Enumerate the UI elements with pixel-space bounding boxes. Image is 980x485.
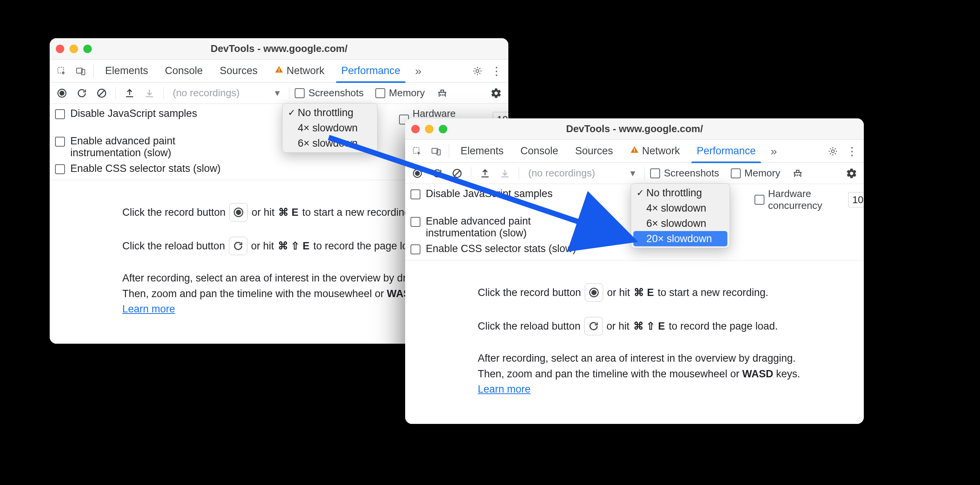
reload-record-button[interactable] bbox=[73, 85, 90, 102]
svg-point-18 bbox=[415, 171, 420, 176]
upload-icon[interactable] bbox=[121, 85, 138, 102]
zoom-window-button[interactable] bbox=[439, 125, 447, 133]
tab-elements[interactable]: Elements bbox=[97, 60, 157, 82]
advanced-paint-checkbox[interactable]: Enable advanced paint instrumentation (s… bbox=[410, 215, 594, 239]
garbage-collect-icon[interactable] bbox=[789, 165, 806, 182]
tab-network[interactable]: Network bbox=[621, 140, 688, 163]
learn-more-link[interactable]: Learn more bbox=[478, 383, 531, 395]
screenshots-checkbox[interactable]: Screenshots bbox=[295, 87, 364, 99]
download-icon[interactable] bbox=[496, 165, 513, 182]
titlebar[interactable]: DevTools - www.google.com/ bbox=[50, 38, 508, 60]
menu-item-no-throttling[interactable]: ✓ No throttling bbox=[282, 105, 377, 120]
tab-label: Sources bbox=[575, 145, 613, 157]
tab-performance[interactable]: Performance bbox=[333, 60, 409, 82]
device-toolbar-icon[interactable] bbox=[71, 61, 90, 81]
window-title: DevTools - www.google.com/ bbox=[405, 123, 864, 135]
recordings-select[interactable]: (no recordings) ▾ bbox=[524, 165, 639, 182]
capture-settings-icon[interactable] bbox=[843, 165, 860, 182]
memory-label: Memory bbox=[745, 167, 780, 179]
disable-js-checkbox[interactable]: Disable JavaScript samples bbox=[410, 188, 594, 200]
record-button[interactable] bbox=[409, 165, 426, 182]
keyboard-shortcut: ⌘ E bbox=[278, 205, 299, 220]
screenshots-checkbox[interactable]: Screenshots bbox=[650, 167, 719, 179]
settings-icon[interactable] bbox=[823, 142, 842, 161]
tab-elements[interactable]: Elements bbox=[452, 140, 512, 163]
cpu-throttle-menu[interactable]: ✓ No throttling 4× slowdown 6× slowdown bbox=[282, 103, 378, 153]
memory-checkbox[interactable]: Memory bbox=[375, 87, 425, 99]
tab-label: Performance bbox=[697, 145, 756, 157]
hw-concurrency-input[interactable]: 10 bbox=[848, 192, 864, 207]
recordings-select[interactable]: (no recordings) ▾ bbox=[169, 85, 284, 102]
css-stats-checkbox[interactable]: Enable CSS selector stats (slow) bbox=[410, 243, 594, 255]
minimize-window-button[interactable] bbox=[70, 45, 78, 53]
tab-console[interactable]: Console bbox=[157, 60, 211, 82]
clear-button[interactable] bbox=[93, 85, 110, 102]
tab-performance[interactable]: Performance bbox=[688, 140, 764, 163]
window-title: DevTools - www.google.com/ bbox=[50, 43, 508, 55]
svg-rect-4 bbox=[279, 71, 279, 72]
screenshots-label: Screenshots bbox=[308, 87, 364, 99]
kebab-menu-icon[interactable]: ⋮ bbox=[842, 142, 862, 161]
record-button[interactable] bbox=[54, 85, 70, 102]
check-icon: ✓ bbox=[636, 188, 644, 198]
advanced-paint-checkbox[interactable]: Enable advanced paint instrumentation (s… bbox=[55, 135, 239, 159]
disable-js-checkbox[interactable]: Disable JavaScript samples bbox=[55, 108, 239, 120]
titlebar[interactable]: DevTools - www.google.com/ bbox=[405, 118, 864, 140]
device-toolbar-icon[interactable] bbox=[427, 142, 446, 161]
warning-icon bbox=[274, 65, 284, 77]
record-icon[interactable] bbox=[585, 283, 603, 302]
upload-icon[interactable] bbox=[477, 165, 493, 182]
more-tabs-button[interactable]: » bbox=[764, 142, 783, 161]
chevron-down-icon: ▾ bbox=[275, 87, 280, 99]
menu-item-label: No throttling bbox=[298, 107, 354, 119]
svg-rect-3 bbox=[279, 68, 279, 71]
divider bbox=[93, 64, 94, 78]
record-icon[interactable] bbox=[229, 203, 248, 221]
tab-label: Network bbox=[287, 65, 325, 77]
inspect-element-icon[interactable] bbox=[407, 142, 427, 161]
hw-concurrency-checkbox[interactable]: Hardware concurrency bbox=[754, 188, 843, 212]
settings-icon[interactable] bbox=[468, 61, 487, 81]
zoom-window-button[interactable] bbox=[83, 45, 92, 53]
garbage-collect-icon[interactable] bbox=[434, 85, 451, 102]
inspect-element-icon[interactable] bbox=[52, 61, 71, 81]
menu-item-4x[interactable]: 4× slowdown bbox=[282, 120, 377, 136]
menu-item-6x[interactable]: 6× slowdown bbox=[631, 216, 730, 231]
reload-record-button[interactable] bbox=[429, 165, 446, 182]
svg-point-5 bbox=[476, 70, 479, 72]
divider bbox=[519, 167, 519, 179]
menu-item-20x[interactable]: 20× slowdown bbox=[633, 231, 727, 246]
clear-button[interactable] bbox=[449, 165, 466, 182]
more-tabs-button[interactable]: » bbox=[409, 61, 428, 81]
memory-checkbox[interactable]: Memory bbox=[731, 167, 780, 179]
menu-item-4x[interactable]: 4× slowdown bbox=[631, 200, 730, 216]
tab-sources[interactable]: Sources bbox=[211, 60, 266, 82]
hint-text: to start a new recording. bbox=[658, 285, 769, 301]
setting-label: Enable CSS selector stats (slow) bbox=[426, 243, 576, 255]
menu-item-6x[interactable]: 6× slowdown bbox=[282, 136, 377, 151]
setting-label: Disable JavaScript samples bbox=[70, 108, 197, 120]
menu-item-no-throttling[interactable]: ✓ No throttling bbox=[631, 185, 730, 200]
kebab-menu-icon[interactable]: ⋮ bbox=[487, 61, 506, 81]
close-window-button[interactable] bbox=[411, 125, 420, 133]
close-window-button[interactable] bbox=[56, 45, 64, 53]
tab-label: Console bbox=[165, 65, 203, 77]
capture-settings-icon[interactable] bbox=[488, 85, 505, 102]
reload-icon[interactable] bbox=[229, 237, 247, 255]
reload-icon[interactable] bbox=[584, 317, 603, 335]
divider bbox=[471, 167, 471, 179]
tab-label: Elements bbox=[105, 65, 148, 77]
learn-more-link[interactable]: Learn more bbox=[122, 303, 175, 315]
performance-toolbar: (no recordings) ▾ Screenshots Memory bbox=[50, 82, 508, 104]
svg-rect-14 bbox=[634, 149, 635, 151]
tab-label: Network bbox=[642, 145, 680, 157]
cpu-throttle-menu[interactable]: ✓ No throttling 4× slowdown 6× slowdown … bbox=[631, 183, 730, 248]
menu-item-label: 6× slowdown bbox=[298, 137, 358, 149]
hw-label: Hardware concurrency bbox=[768, 188, 843, 212]
tab-network[interactable]: Network bbox=[266, 60, 333, 82]
tab-console[interactable]: Console bbox=[512, 140, 567, 163]
tab-sources[interactable]: Sources bbox=[567, 140, 621, 163]
css-stats-checkbox[interactable]: Enable CSS selector stats (slow) bbox=[55, 163, 239, 175]
minimize-window-button[interactable] bbox=[425, 125, 433, 133]
download-icon[interactable] bbox=[141, 85, 158, 102]
